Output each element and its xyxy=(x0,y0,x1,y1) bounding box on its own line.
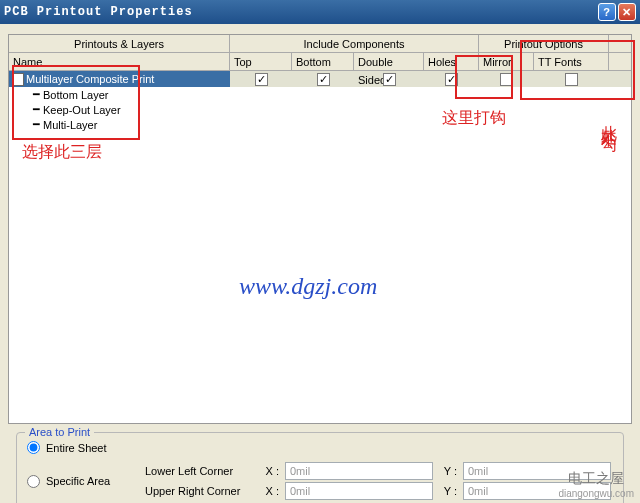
layer-label: Bottom Layer xyxy=(43,89,108,101)
row-name-cell: Multilayer Composite Print xyxy=(9,71,230,87)
check-bottom[interactable] xyxy=(317,73,330,86)
page-icon xyxy=(13,73,24,86)
llc-y-input[interactable] xyxy=(463,462,611,480)
y-label: Y : xyxy=(439,485,457,497)
col-name[interactable]: Name xyxy=(9,53,230,70)
layer-item[interactable]: ━Keep-Out Layer xyxy=(9,102,631,117)
grid-header-group: Printouts & Layers Include Components Pr… xyxy=(9,35,631,53)
fieldset-legend: Area to Print xyxy=(25,426,94,438)
watermark-url: www.dgzj.com xyxy=(239,273,377,300)
dialog-content: Printouts & Layers Include Components Pr… xyxy=(0,24,640,503)
col-ttfonts[interactable]: TT Fonts xyxy=(534,53,609,70)
grid-area: Printouts & Layers Include Components Pr… xyxy=(8,34,632,424)
col-group-options: Printout Options xyxy=(479,35,609,52)
layer-item[interactable]: ━Multi-Layer xyxy=(9,117,631,132)
col-top[interactable]: Top xyxy=(230,53,292,70)
col-double[interactable]: Double Sided xyxy=(354,53,424,70)
col-group-components: Include Components xyxy=(230,35,479,52)
radio-entire-label: Entire Sheet xyxy=(46,442,107,454)
radio-entire-input[interactable] xyxy=(27,441,40,454)
row-name-label: Multilayer Composite Print xyxy=(26,73,154,85)
urc-x-input[interactable] xyxy=(285,482,433,500)
layer-item[interactable]: ━Bottom Layer xyxy=(9,87,631,102)
help-button[interactable]: ? xyxy=(598,3,616,21)
check-holes[interactable] xyxy=(445,73,458,86)
col-holes[interactable]: Holes xyxy=(424,53,479,70)
layer-label: Multi-Layer xyxy=(43,119,97,131)
area-to-print-fieldset: Area to Print Entire Sheet Specific Area… xyxy=(16,432,624,503)
x-label: X : xyxy=(261,465,279,477)
check-ttfonts[interactable] xyxy=(565,73,578,86)
col-mirror[interactable]: Mirror xyxy=(479,53,534,70)
check-top[interactable] xyxy=(255,73,268,86)
check-double[interactable] xyxy=(383,73,396,86)
radio-entire-sheet[interactable]: Entire Sheet xyxy=(27,441,107,454)
table-row[interactable]: Multilayer Composite Print xyxy=(9,71,631,87)
grid-header-cols: Name Top Bottom Double Sided Holes Mirro… xyxy=(9,53,631,71)
window-title: PCB Printout Properties xyxy=(4,5,596,19)
col-group-printouts: Printouts & Layers xyxy=(9,35,230,52)
radio-specific-area[interactable]: Specific Area xyxy=(27,475,145,488)
col-bottom[interactable]: Bottom xyxy=(292,53,354,70)
tree-line-icon: ━ xyxy=(33,88,43,101)
titlebar: PCB Printout Properties ? ✕ xyxy=(0,0,640,24)
check-mirror[interactable] xyxy=(500,73,513,86)
y-label: Y : xyxy=(439,465,457,477)
tree-line-icon: ━ xyxy=(33,103,43,116)
urc-label: Upper Right Corner xyxy=(145,485,255,497)
tree-line-icon: ━ xyxy=(33,118,43,131)
urc-y-input[interactable] xyxy=(463,482,611,500)
x-label: X : xyxy=(261,485,279,497)
layer-label: Keep-Out Layer xyxy=(43,104,121,116)
llc-label: Lower Left Corner xyxy=(145,465,255,477)
close-button[interactable]: ✕ xyxy=(618,3,636,21)
radio-specific-input[interactable] xyxy=(27,475,40,488)
llc-x-input[interactable] xyxy=(285,462,433,480)
radio-specific-label: Specific Area xyxy=(46,475,110,487)
